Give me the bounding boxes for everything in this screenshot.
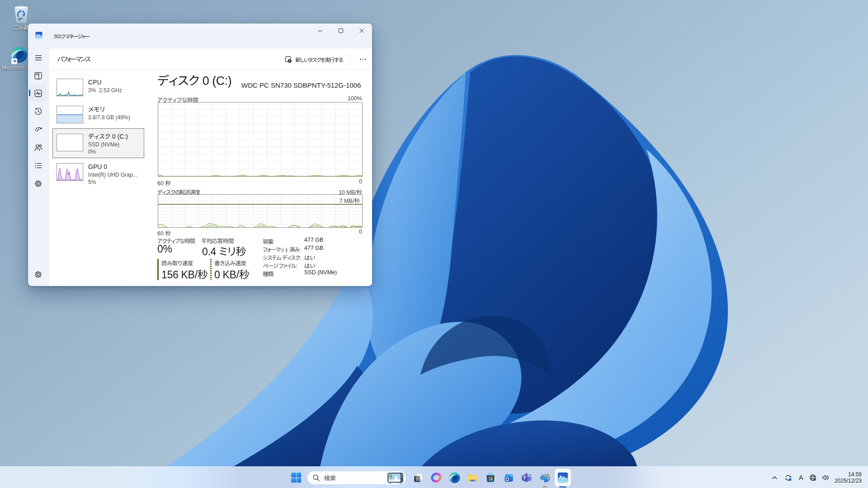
chevron-up-icon <box>772 475 778 481</box>
perf-item-title: GPU 0 <box>88 163 137 171</box>
stat-write-label: 書き込み速度 <box>214 258 246 267</box>
chart2-xright: 0 <box>157 229 362 235</box>
performance-icon <box>34 89 42 97</box>
hamburger-icon <box>35 54 42 61</box>
command-bar: パフォーマンス 新しいタスクを実行する <box>49 48 372 70</box>
stat-write-value: 0 KB/秒 <box>214 266 249 282</box>
minimize-button[interactable] <box>310 23 330 38</box>
active-running-indicator <box>559 486 566 488</box>
cpu-thumb-canvas <box>57 79 83 96</box>
more-options-button[interactable] <box>354 52 372 66</box>
sidebar-item-performance[interactable] <box>30 85 47 101</box>
globe-no-internet-icon <box>809 474 816 481</box>
perf-item-title: CPU <box>88 79 122 86</box>
perf-item-subtitle: 3% 2.53 GHz <box>88 87 122 94</box>
content-panel: パフォーマンス 新しいタスクを実行する CPU 3% 2.53 GHz <box>48 48 372 286</box>
task-manager-app-icon <box>35 32 42 39</box>
chart1-xright: 0 <box>157 178 362 185</box>
tray-windows-update-icon[interactable] <box>782 467 795 488</box>
system-tray: A 14:59 2025/12/23 <box>768 467 868 488</box>
speaker-icon <box>822 474 829 481</box>
stat-read-value: 156 KB/秒 <box>161 266 208 282</box>
memory-thumb-canvas <box>57 106 83 123</box>
search-icon <box>313 474 320 481</box>
sidebar-item-services[interactable] <box>30 175 47 192</box>
sidebar-menu-button[interactable] <box>30 50 47 66</box>
running-indicator <box>543 486 547 488</box>
services-icon <box>34 180 42 188</box>
perf-item-title: ディスク 0 (C:) <box>88 133 128 141</box>
teams-button[interactable] <box>518 467 536 488</box>
file-explorer-button[interactable] <box>463 467 481 488</box>
edge-button[interactable] <box>445 467 463 488</box>
info-pagefile-label: ページ ファイル: <box>263 261 297 270</box>
tray-clock[interactable]: 14:59 2025/12/23 <box>835 471 862 484</box>
perf-item-subtitle2: 0% <box>88 148 128 155</box>
window-titlebar[interactable]: タスク マネージャー <box>28 23 372 46</box>
stat-active-value: 0% <box>157 243 172 255</box>
search-box[interactable]: 検索 <box>307 471 406 485</box>
copilot-button[interactable] <box>427 467 445 488</box>
read-speed-bar <box>157 259 159 280</box>
users-icon <box>34 144 42 151</box>
memory-mini-graph <box>57 106 83 123</box>
minimize-icon <box>318 28 322 33</box>
task-view-icon <box>413 473 424 483</box>
shortcut-arrow-icon <box>11 58 17 64</box>
microsoft-store-button[interactable] <box>481 467 500 488</box>
perf-item-subtitle2: 5% <box>88 178 137 186</box>
sidebar-item-startup-apps[interactable] <box>30 121 47 137</box>
run-new-task-button[interactable]: 新しいタスクを実行する <box>280 52 347 66</box>
info-systemdisk-value: はい <box>304 253 315 262</box>
settings-gear-icon <box>34 271 42 278</box>
info-capacity-value: 477 GB <box>304 237 323 243</box>
write-speed-bar <box>210 259 212 280</box>
window-title: タスク マネージャー <box>53 33 90 40</box>
info-formatted-value: 477 GB <box>304 245 323 251</box>
clock-date: 2025/12/23 <box>835 478 862 484</box>
paint-icon <box>539 472 551 483</box>
active-time-chart-canvas <box>158 102 363 177</box>
maximize-button[interactable] <box>330 23 351 38</box>
taskbar-center-group: 検索 <box>286 467 572 488</box>
details-icon <box>34 162 42 169</box>
update-restart-icon <box>784 474 792 482</box>
processes-icon <box>34 72 42 80</box>
task-manager-button[interactable] <box>554 467 572 488</box>
tray-chevron-button[interactable] <box>768 467 782 488</box>
more-dot <box>360 59 361 60</box>
disk-thumb-canvas <box>57 134 83 151</box>
app-history-icon <box>34 108 42 115</box>
search-highlight-image[interactable] <box>387 472 404 484</box>
selected-indicator <box>29 89 30 96</box>
sidebar-item-app-history[interactable] <box>30 103 47 119</box>
sidebar-item-details[interactable] <box>30 157 47 174</box>
sidebar-item-users[interactable] <box>30 139 47 155</box>
ime-mode-label: A <box>799 474 803 481</box>
page-title: パフォーマンス <box>57 54 90 63</box>
tray-network-icon[interactable] <box>807 467 819 488</box>
close-button[interactable] <box>351 23 372 38</box>
file-explorer-icon <box>467 472 478 483</box>
cpu-mini-graph <box>57 79 83 96</box>
close-icon <box>359 28 364 33</box>
outlook-button[interactable] <box>500 467 518 488</box>
start-button[interactable] <box>286 467 306 488</box>
paint-button[interactable] <box>536 467 554 488</box>
tray-volume-icon[interactable] <box>819 467 832 488</box>
sidebar-item-processes[interactable] <box>30 67 47 84</box>
sidebar-navigation <box>28 46 48 286</box>
recycle-bin-icon <box>12 5 30 23</box>
clock-time: 14:59 <box>835 471 862 478</box>
copilot-icon <box>431 472 442 483</box>
info-type-label: 種類: <box>263 269 274 278</box>
stat-response-value: 0.4 ミリ秒 <box>202 243 246 258</box>
sidebar-item-settings[interactable] <box>30 266 47 282</box>
gpu-mini-graph <box>57 163 83 181</box>
maximize-icon <box>339 28 343 33</box>
task-view-button[interactable] <box>409 467 427 488</box>
stat-read-label: 読み取り速度 <box>161 258 193 267</box>
microsoft-store-icon <box>485 472 496 483</box>
edge-icon <box>449 472 460 483</box>
tray-ime-mode[interactable]: A <box>795 467 807 488</box>
